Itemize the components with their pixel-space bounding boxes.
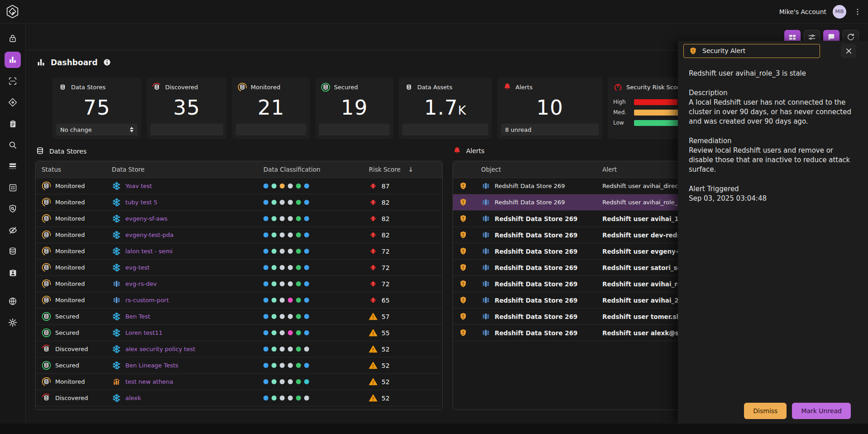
card-discovered[interactable]: Discovered 35 [147,77,227,139]
data-store-link[interactable]: lalon test - semi [125,248,172,255]
table-row[interactable]: Monitored evgeny-test-pda 82 [36,227,442,243]
alert-object-cell: Redshift Data Store 269 [474,246,595,256]
column-header-status[interactable]: Status [36,166,105,173]
column-header-data-store[interactable]: Data Store [105,166,256,173]
alert-title-box: Security Alert [683,44,820,58]
classification-dot-teal [304,379,309,384]
sidebar-item-audit[interactable] [5,116,21,132]
data-store-link[interactable]: evgeny-sf-aws [125,215,167,222]
data-store-link[interactable]: alexk [125,395,141,401]
classification-cell [256,281,362,286]
card-header: Alerts [503,82,597,92]
sidebar-item-settings[interactable] [5,314,21,331]
db-secured-icon [42,312,51,321]
risk-high-icon [369,247,377,256]
card-alerts[interactable]: Alerts 10 8 unread [497,77,602,139]
status-label: Secured [55,313,79,320]
sidebar-item-search[interactable] [5,137,21,153]
db-monitored-icon [42,295,51,305]
db-secured-icon [42,328,51,338]
table-row[interactable]: Monitored evgeny-sf-aws 82 [36,211,442,227]
sidebar-item-data-stores[interactable] [5,243,21,260]
sidebar-item-access[interactable] [5,30,21,47]
column-header-data-classification[interactable]: Data Classification [256,166,362,173]
data-store-link[interactable]: evg-rs-dev [125,280,157,287]
mark-unread-button[interactable]: Mark Unread [792,403,851,419]
sidebar-item-queries[interactable] [5,158,21,174]
risk-score-value: 87 [382,183,390,190]
alert-panel-body: Redshift user avihai_role_3 is stale Des… [678,58,868,203]
data-store-link[interactable]: Yoav test [125,183,152,189]
classification-dot-blue [304,183,309,188]
status-cell: Monitored [36,181,105,191]
data-store-link[interactable]: tuby test 5 [125,199,157,206]
classification-dot-gray [288,281,293,286]
sidebar-item-posture[interactable] [5,201,21,217]
data-store-link[interactable]: Loren test11 [125,329,162,336]
table-row[interactable]: Monitored evg-rs-dev 72 [36,276,442,292]
risk-high-icon [369,263,377,272]
kebab-menu-icon[interactable] [853,5,863,19]
sidebar-item-masking[interactable] [5,222,21,238]
account-label[interactable]: Mike's Account [779,8,826,15]
table-row[interactable]: Monitored test new athena 52 [36,374,442,390]
card-value: 75 [52,96,141,120]
redshift-icon [481,279,491,289]
sidebar-item-identities[interactable] [5,265,21,281]
sidebar-item-dashboard[interactable] [5,52,21,68]
table-row[interactable]: Monitored lalon test - semi 72 [36,243,442,260]
risk-score-cell: 87 [362,182,442,190]
sort-toggle-icon[interactable] [130,127,134,132]
redshift-icon [481,246,491,256]
sidebar-item-network[interactable] [5,293,21,309]
data-store-cell: evgeny-test-pda [105,230,256,240]
data-store-link[interactable]: Ben Lineage Tests [125,362,178,369]
sidebar-item-apps[interactable] [5,179,21,196]
table-row[interactable]: Secured Loren test11 55 [36,325,442,341]
alert-object-cell: Redshift Data Store 269 [474,230,595,240]
classification-dot-gray [288,232,293,237]
sidebar-item-flows[interactable] [5,94,21,111]
card-monitored[interactable]: Monitored 21 [232,77,310,139]
data-store-link[interactable]: evg-test [125,264,150,271]
table-row[interactable]: Secured Ben Lineage Tests 52 [36,357,442,374]
table-row[interactable]: Secured Ben Test 57 [36,309,442,325]
data-store-link[interactable]: test new athena [125,378,173,385]
column-header-object[interactable]: Object [474,166,595,173]
classification-dot-mint [272,281,277,286]
table-row[interactable]: Discovered alexk 52 [36,390,442,406]
risk-warn-icon [369,361,377,370]
alert-text-label: Redshift user avihai_role_3 [602,199,681,206]
classification-cell [256,363,362,368]
table-row[interactable]: Monitored Yoav test 87 [36,178,442,194]
close-button[interactable] [841,43,856,58]
snowflake-icon [112,246,121,256]
status-label: Monitored [55,297,85,304]
dashboard-icon [36,58,46,67]
card-data-stores[interactable]: Data Stores 75 No change [52,77,141,139]
risk-high-icon [369,198,377,207]
card-data-assets[interactable]: Data Assets 1.7K [399,77,492,139]
app-logo-icon[interactable] [5,4,20,19]
data-store-link[interactable]: alex security policy test [125,346,196,352]
classification-cell [256,216,362,221]
status-cell: Monitored [36,246,105,256]
table-row[interactable]: Monitored rs-custom-port 65 [36,292,442,309]
column-header-risk-score[interactable]: Risk Score↓ [362,166,442,173]
table-row[interactable]: Discovered alex security policy test 52 [36,341,442,357]
card-footer[interactable]: No change [56,124,138,135]
data-store-link[interactable]: evgeny-test-pda [125,231,173,238]
info-icon[interactable] [103,58,111,67]
avatar[interactable]: MB [833,5,846,19]
card-secured[interactable]: Secured 19 [315,77,393,139]
table-row[interactable]: Monitored tuby test 5 82 [36,194,442,211]
sidebar-item-discovery-scan[interactable] [5,73,21,89]
data-store-link[interactable]: Ben Test [125,313,150,320]
alert-text-label: Redshift user satori_scan [602,264,689,271]
dismiss-button[interactable]: Dismiss [744,403,787,419]
table-row[interactable] [36,406,442,410]
alert-summary: Redshift user avihai_role_3 is stale [689,69,856,78]
card-label: Security Risk Score [626,84,683,91]
data-store-link[interactable]: rs-custom-port [125,297,169,304]
table-row[interactable]: Monitored evg-test 72 [36,260,442,276]
